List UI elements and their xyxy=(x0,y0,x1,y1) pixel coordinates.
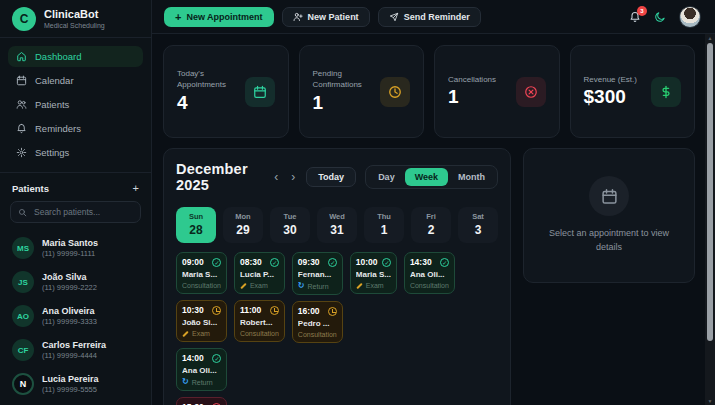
stat-value: $300 xyxy=(584,87,637,108)
stat-value: 1 xyxy=(448,87,496,108)
view-day-button[interactable]: Day xyxy=(368,168,405,186)
calendar-placeholder-icon xyxy=(589,176,629,216)
day-column: 09:30 Fernan... ↻ Return 16:00 Pedro ...… xyxy=(292,252,343,349)
day-cell-sat[interactable]: Sat 3 xyxy=(458,207,498,243)
stat-card: Revenue (Est.) $300 xyxy=(570,45,696,138)
calendar-card: December 2025 ‹ › Today Day Week Month S… xyxy=(163,148,511,405)
sidebar-item-dashboard[interactable]: Dashboard xyxy=(8,46,143,67)
patients-icon xyxy=(16,99,27,110)
day-cell-thu[interactable]: Thu 1 xyxy=(364,207,404,243)
appointment-chip[interactable]: 09:00 Maria S... Consultation xyxy=(176,252,227,294)
details-panel: Select an appointment to view details xyxy=(523,148,695,283)
patient-avatar: CF xyxy=(12,339,34,361)
notifications-button[interactable]: 3 xyxy=(629,11,641,23)
day-cell-fri[interactable]: Fri 2 xyxy=(411,207,451,243)
status-icon xyxy=(212,354,221,363)
appointment-patient: Ana Oli... xyxy=(410,270,449,279)
today-button[interactable]: Today xyxy=(306,167,356,187)
prev-week-button[interactable]: ‹ xyxy=(272,171,280,183)
send-reminder-button[interactable]: Send Reminder xyxy=(378,7,481,27)
sidebar-item-settings[interactable]: Settings xyxy=(8,142,143,163)
appointment-chip[interactable]: 14:30 Ana Oli... Consultation xyxy=(404,252,455,294)
stat-label: Cancellations xyxy=(448,75,496,86)
status-icon xyxy=(328,258,337,267)
topbar: + New Appointment New Patient Send Remin… xyxy=(152,0,715,34)
calendar-title: December 2025 xyxy=(176,161,263,193)
status-icon xyxy=(328,307,337,316)
home-icon xyxy=(16,51,27,62)
app-logo: C ClinicaBot Medical Scheduling xyxy=(0,0,151,38)
appointment-chip[interactable]: 14:00 Ana Oli... ↻ Return xyxy=(176,348,227,391)
patient-avatar: MS xyxy=(12,237,34,259)
day-cell-sun[interactable]: Sun 28 xyxy=(176,207,216,243)
appointment-type: Exam xyxy=(240,282,279,289)
sidebar-item-patients[interactable]: Patients xyxy=(8,94,143,115)
appointment-time: 10:30 xyxy=(182,305,204,315)
day-header-row: Sun 28 Mon 29 Tue 30 Wed 31 Thu 1 Fri 2 … xyxy=(176,207,498,243)
appointment-chip[interactable]: 16:00 Pedro ... Consultation xyxy=(292,301,343,343)
patient-name: Carlos Ferreira xyxy=(42,340,106,352)
sidebar-nav: Dashboard Calendar Patients Reminders Se… xyxy=(0,38,151,173)
patient-phone: (11) 99999-2222 xyxy=(42,283,97,292)
patient-list-item[interactable]: MS Maria Santos (11) 99999-1111 xyxy=(10,231,141,265)
status-icon xyxy=(440,258,449,267)
appointment-time: 08:30 xyxy=(240,257,262,267)
app-window: C ClinicaBot Medical Scheduling Dashboar… xyxy=(0,0,715,405)
patient-list-item[interactable]: JS João Silva (11) 99999-2222 xyxy=(10,265,141,299)
view-week-button[interactable]: Week xyxy=(405,168,448,186)
new-appointment-button[interactable]: + New Appointment xyxy=(164,7,274,27)
appointment-patient: Pedro ... xyxy=(298,319,337,328)
appointment-type: ↻ Return xyxy=(298,282,337,290)
patient-list-item[interactable]: CF Carlos Ferreira (11) 99999-4444 xyxy=(10,333,141,367)
syringe-icon xyxy=(356,282,362,288)
syringe-icon xyxy=(182,330,188,336)
sidebar-item-calendar[interactable]: Calendar xyxy=(8,70,143,91)
scrollbar: ▲ ▼ xyxy=(705,34,715,405)
add-patient-button[interactable]: + xyxy=(133,182,139,194)
appointment-chip[interactable]: 09:30 Fernan... ↻ Return xyxy=(292,252,343,295)
next-week-button[interactable]: › xyxy=(289,171,297,183)
patient-search[interactable] xyxy=(10,201,141,223)
appointment-time: 16:00 xyxy=(298,306,320,316)
calendar-icon xyxy=(245,77,275,107)
scrollbar-thumb[interactable] xyxy=(707,43,713,341)
theme-toggle[interactable] xyxy=(654,11,666,23)
new-patient-button[interactable]: New Patient xyxy=(282,7,370,27)
sidebar: C ClinicaBot Medical Scheduling Dashboar… xyxy=(0,0,152,405)
sidebar-item-reminders[interactable]: Reminders xyxy=(8,118,143,139)
app-title: ClinicaBot xyxy=(44,8,105,21)
patient-list-item[interactable]: AO Ana Oliveira (11) 99999-3333 xyxy=(10,299,141,333)
stat-value: 4 xyxy=(177,93,245,114)
day-cell-mon[interactable]: Mon 29 xyxy=(223,207,263,243)
appointment-time: 14:00 xyxy=(182,353,204,363)
day-cell-wed[interactable]: Wed 31 xyxy=(317,207,357,243)
day-cell-tue[interactable]: Tue 30 xyxy=(270,207,310,243)
patient-list-item[interactable]: N Lucia Pereira (11) 99999-5555 xyxy=(10,367,141,401)
user-avatar[interactable] xyxy=(679,6,701,28)
send-icon xyxy=(389,12,399,22)
scroll-down-arrow[interactable]: ▼ xyxy=(708,397,713,405)
scroll-up-arrow[interactable]: ▲ xyxy=(708,34,713,42)
appointment-time: 14:30 xyxy=(410,257,432,267)
patient-name: Ana Oliveira xyxy=(42,306,97,318)
view-month-button[interactable]: Month xyxy=(448,168,495,186)
appointment-type: Consultation xyxy=(410,282,449,289)
syringe-icon xyxy=(240,282,246,288)
appointment-chip[interactable]: 11:00 Robert... Consultation xyxy=(234,300,285,342)
stat-card: Pending Confirmations 1 xyxy=(299,45,425,138)
patient-phone: (11) 99999-1111 xyxy=(42,249,98,258)
appointment-chip[interactable]: 15:30 Carlo... xyxy=(176,397,227,405)
appointment-chip[interactable]: 10:30 João Si... Exam xyxy=(176,300,227,342)
appointment-patient: Ana Oli... xyxy=(182,366,221,375)
search-input[interactable] xyxy=(32,206,133,218)
stat-card: Cancellations 1 xyxy=(434,45,560,138)
appointment-chip[interactable]: 10:00 Maria S... Exam xyxy=(350,252,397,294)
appointment-patient: Fernan... xyxy=(298,270,337,279)
patient-avatar: JS xyxy=(12,271,34,293)
day-column: 08:30 Lucia P... Exam 11:00 Robert... Co… xyxy=(234,252,285,348)
appointment-patient: Lucia P... xyxy=(240,270,279,279)
patient-phone: (11) 99999-3333 xyxy=(42,317,97,326)
appointment-chip[interactable]: 08:30 Lucia P... Exam xyxy=(234,252,285,294)
main-area: + New Appointment New Patient Send Remin… xyxy=(152,0,715,405)
status-icon xyxy=(212,306,221,315)
